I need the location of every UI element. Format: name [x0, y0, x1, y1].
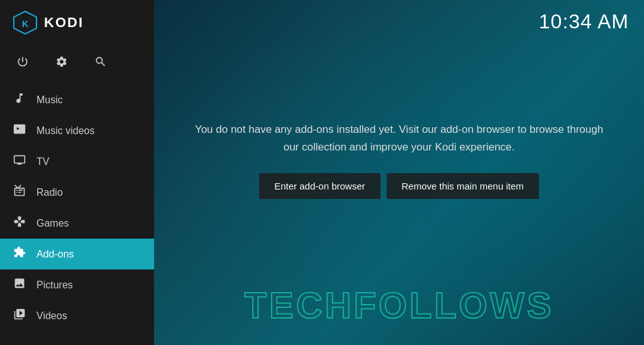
- svg-text:K: K: [22, 19, 28, 29]
- settings-button[interactable]: [52, 52, 72, 72]
- settings-icon: [55, 55, 68, 68]
- content-area: You do not have any add-ons installed ye…: [173, 121, 626, 223]
- kodi-logo-icon: K: [13, 10, 38, 35]
- sidebar-item-pictures[interactable]: Pictures: [0, 269, 154, 300]
- sidebar-item-add-ons[interactable]: Add-ons: [0, 239, 154, 269]
- sidebar-item-games[interactable]: Games: [0, 208, 154, 239]
- sidebar-item-videos-label: Videos: [36, 310, 67, 322]
- games-icon: [13, 215, 26, 231]
- sidebar-item-music[interactable]: Music: [0, 84, 154, 115]
- main-nav: Music Music videos TV Radio: [0, 84, 154, 345]
- sidebar: K KODI Music: [0, 0, 154, 345]
- remove-menu-item-button[interactable]: Remove this main menu item: [387, 173, 539, 199]
- power-button[interactable]: [13, 52, 33, 72]
- sidebar-item-tv-label: TV: [36, 156, 49, 167]
- sidebar-item-radio-label: Radio: [36, 187, 63, 198]
- tv-icon: [13, 154, 26, 169]
- sidebar-item-videos[interactable]: Videos: [0, 300, 154, 331]
- sidebar-item-music-label: Music: [36, 94, 63, 106]
- sidebar-item-pictures-label: Pictures: [36, 280, 73, 291]
- music-icon: [13, 92, 26, 108]
- radio-icon: [13, 184, 26, 200]
- search-icon: [94, 55, 107, 68]
- sidebar-item-radio[interactable]: Radio: [0, 177, 154, 208]
- action-buttons: Enter add-on browser Remove this main me…: [192, 173, 607, 199]
- videos-icon: [13, 308, 26, 324]
- addons-icon: [13, 246, 26, 262]
- search-button[interactable]: [91, 52, 111, 72]
- pictures-icon: [13, 277, 26, 293]
- sidebar-item-games-label: Games: [36, 218, 69, 229]
- sidebar-item-tv[interactable]: TV: [0, 146, 154, 177]
- sidebar-header: K KODI: [0, 0, 154, 45]
- main-content: 10:34 AM You do not have any add-ons ins…: [154, 0, 644, 345]
- watermark-text: TECHFOLLOWS: [245, 284, 554, 326]
- sidebar-toolbar: [0, 45, 154, 78]
- info-text: You do not have any add-ons installed ye…: [192, 121, 607, 155]
- music-video-icon: [13, 123, 26, 139]
- sidebar-item-add-ons-label: Add-ons: [36, 249, 74, 260]
- sidebar-item-music-videos[interactable]: Music videos: [0, 115, 154, 146]
- power-icon: [16, 55, 29, 68]
- watermark: TECHFOLLOWS: [245, 284, 554, 326]
- enter-addon-browser-button[interactable]: Enter add-on browser: [259, 173, 380, 199]
- sidebar-item-music-videos-label: Music videos: [36, 125, 94, 137]
- app-title: KODI: [44, 14, 84, 31]
- time-display: 10:34 AM: [539, 10, 629, 33]
